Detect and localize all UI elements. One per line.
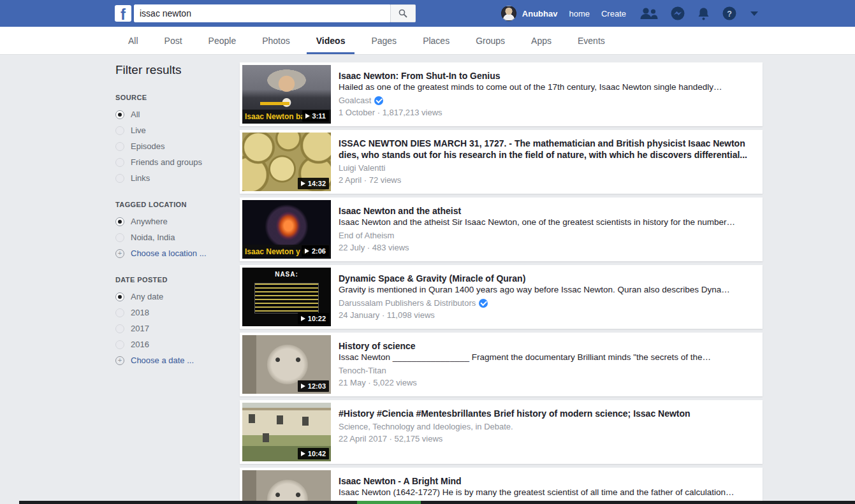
tab[interactable]: Groups — [466, 27, 515, 54]
filter-sidebar: Filter results SOURCE All Live — [115, 55, 240, 504]
filter-radio-option[interactable]: Friends and groups — [115, 157, 240, 167]
facebook-search-results-page: { "colors": { "topbar_blue": "#4267b2", … — [0, 0, 855, 504]
notifications-button[interactable] — [698, 7, 710, 20]
filter-radio-option[interactable]: 2017 — [115, 324, 240, 333]
tab[interactable]: Post — [155, 27, 192, 54]
tab[interactable]: People — [199, 27, 246, 54]
video-title-link[interactable]: Isaac Newton and the atheist — [339, 205, 755, 217]
friend-requests-icon — [639, 7, 658, 20]
create-link[interactable]: Create — [601, 9, 626, 18]
filter-section-label: DATE POSTED — [115, 276, 240, 284]
filter-radio-option[interactable]: 2016 — [115, 340, 240, 349]
video-result-body: #History #Ciencia #Mentesbrillantes Brie… — [339, 403, 760, 461]
help-icon-glyph: ? — [727, 10, 732, 18]
filter-radio-option[interactable]: 2018 — [115, 308, 240, 317]
filter-option-label: 2016 — [131, 340, 149, 349]
publisher-row: Goalcast — [339, 96, 755, 105]
filter-radio-option[interactable]: Any date — [115, 292, 240, 301]
filter-option-label: 2018 — [131, 308, 149, 317]
search-bar — [134, 4, 416, 22]
radio-icon — [115, 158, 124, 167]
video-meta: 21 May · 5,022 views — [339, 378, 755, 387]
help-button[interactable]: ? — [722, 6, 736, 20]
video-title-link[interactable]: Isaac Newton - A Bright Mind — [339, 475, 755, 487]
radio-icon — [115, 110, 124, 119]
publisher-link[interactable]: Tenoch-Titan — [339, 366, 386, 375]
tab[interactable]: Places — [413, 27, 459, 54]
tab[interactable]: Apps — [522, 27, 561, 54]
filter-option-label: Live — [131, 126, 146, 135]
top-navigation-bar: f Anubhav home Create — [0, 0, 855, 27]
video-thumbnail[interactable]: Isaac Newton y el 2:06 — [242, 200, 331, 259]
publisher-link[interactable]: End of Atheism — [339, 231, 394, 240]
video-title-link[interactable]: #History #Ciencia #Mentesbrillantes Brie… — [339, 408, 755, 419]
publisher-row: Tenoch-Titan — [339, 366, 755, 375]
play-icon — [301, 451, 305, 456]
thumbnail-overlay-text: NASA: — [242, 271, 331, 278]
account-menu-caret-icon[interactable] — [750, 11, 758, 16]
video-thumbnail[interactable]: 14:32 — [242, 133, 331, 191]
publisher-row: Science, Technology and Ideologies, in D… — [339, 422, 755, 431]
publisher-link[interactable]: Science, Technology and Ideologies, in D… — [339, 422, 513, 431]
publisher-link[interactable]: Goalcast — [339, 96, 371, 105]
filter-radio-option[interactable]: Noida, India — [115, 233, 240, 242]
video-result-row: 12:03 History of science Issac Newton __… — [240, 333, 763, 396]
choose-date-link[interactable]: Choose a date ... — [115, 356, 240, 365]
video-result-body: ISSAC NEWTON DIES MARCH 31, 1727. - The … — [339, 133, 760, 191]
filter-option-label: Anywhere — [131, 217, 168, 226]
profile-link[interactable]: Anubhav — [522, 9, 558, 18]
filter-radio-option[interactable]: Anywhere — [115, 217, 240, 226]
video-title-link[interactable]: Dynamic Space & Gravity (Miracle of Qura… — [339, 273, 755, 284]
video-thumbnail[interactable]: 12:03 — [242, 335, 331, 394]
filter-option-label: All — [131, 110, 140, 119]
filter-radio-option[interactable]: Episodes — [115, 141, 240, 151]
tab[interactable]: Pages — [362, 27, 406, 54]
avatar[interactable] — [501, 6, 516, 21]
video-duration-badge: 14:32 — [298, 178, 329, 189]
publisher-link[interactable]: Luigi Valentti — [339, 163, 385, 173]
help-icon: ? — [722, 6, 736, 20]
video-duration: 12:03 — [308, 382, 326, 390]
video-result-body: History of science Issac Newton ________… — [339, 335, 760, 394]
messenger-icon — [671, 6, 685, 20]
tab[interactable]: Photos — [252, 27, 300, 54]
home-link[interactable]: home — [569, 9, 590, 18]
messenger-button[interactable] — [671, 6, 685, 20]
video-title-link[interactable]: ISSAC NEWTON DIES MARCH 31, 1727. - The … — [339, 138, 755, 161]
content-area: Filter results SOURCE All Live — [0, 55, 855, 504]
video-duration: 10:42 — [308, 450, 326, 457]
filter-section-source: SOURCE All Live Episodes — [115, 94, 240, 183]
filter-radio-option[interactable]: Links — [115, 173, 240, 183]
search-button[interactable] — [390, 4, 416, 22]
radio-icon — [115, 340, 124, 349]
play-icon — [301, 181, 305, 186]
friend-requests-button[interactable] — [639, 7, 658, 20]
publisher-row: Darussalam Publishers & Distributors — [339, 298, 755, 308]
play-icon — [301, 384, 305, 389]
filter-section-label: TAGGED LOCATION — [115, 201, 240, 208]
video-duration-badge: 2:06 — [302, 245, 329, 257]
publisher-row: End of Atheism — [339, 231, 755, 240]
filter-radio-option[interactable]: All — [115, 110, 240, 119]
publisher-link[interactable]: Darussalam Publishers & Distributors — [339, 298, 476, 308]
search-input[interactable] — [134, 4, 390, 22]
filter-section-label: SOURCE — [115, 94, 240, 101]
video-meta: 2 April · 72 views — [339, 175, 755, 185]
choose-location-link[interactable]: Choose a location ... — [115, 248, 240, 258]
filter-radio-option[interactable]: Live — [115, 126, 240, 135]
video-result-row: NASA: 10:22 Dynamic Space & Gravity (Mir… — [240, 265, 763, 329]
tab[interactable]: Events — [568, 27, 615, 54]
video-title-link[interactable]: Isaac Newton: From Shut-In to Genius — [339, 70, 755, 82]
facebook-logo[interactable]: f — [115, 5, 131, 22]
search-icon — [398, 9, 407, 18]
radio-icon — [115, 126, 124, 135]
video-thumbnail[interactable]: 10:42 — [242, 403, 331, 461]
video-thumbnail[interactable] — [242, 470, 331, 504]
video-title-link[interactable]: History of science — [339, 340, 755, 352]
video-duration: 14:32 — [308, 180, 326, 187]
tab[interactable]: All — [119, 27, 148, 54]
video-thumbnail[interactable]: Isaac Newton barel 3:11 — [242, 65, 331, 124]
video-duration-badge: 3:11 — [302, 110, 329, 122]
tab[interactable]: Videos — [307, 27, 355, 54]
video-thumbnail[interactable]: NASA: 10:22 — [242, 268, 331, 326]
